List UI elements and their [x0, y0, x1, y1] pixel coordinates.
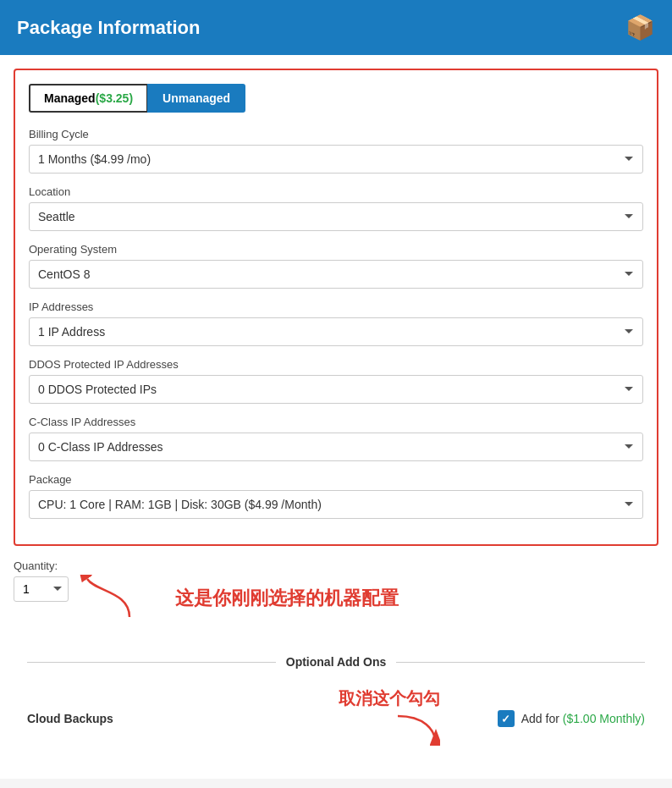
billing-cycle-group: Billing Cycle 1 Months ($4.99 /mo) — [29, 128, 643, 174]
location-label: Location — [29, 185, 643, 198]
cclass-ip-group: C-Class IP Addresses 0 C-Class IP Addres… — [29, 416, 643, 461]
cloud-backups-label: Cloud Backups — [27, 712, 113, 725]
quantity-select[interactable]: 1 2 3 — [14, 576, 69, 602]
cloud-backups-row: Cloud Backups 取消这个勾勾 — [27, 681, 645, 757]
billing-cycle-label: Billing Cycle — [29, 128, 643, 141]
page-title: Package Information — [17, 17, 200, 39]
annotation-text-right: 取消这个勾勾 — [339, 687, 440, 710]
quantity-label: Quantity: — [14, 559, 69, 572]
ddos-protected-group: DDOS Protected IP Addresses 0 DDOS Prote… — [29, 358, 643, 404]
quantity-section: Quantity: 1 2 3 — [14, 559, 69, 602]
optional-addons-section: Optional Add Ons Cloud Backups 取消这个勾勾 — [14, 647, 658, 765]
cclass-ip-label: C-Class IP Addresses — [29, 416, 643, 428]
annotation-arrow-right — [389, 712, 440, 750]
cloud-backups-price: Add for ($1.00 Monthly) — [521, 712, 645, 725]
ddos-protected-label: DDOS Protected IP Addresses — [29, 358, 643, 371]
unmanaged-button[interactable]: Unmanaged — [147, 84, 245, 113]
managed-toggle: Managed($3.25) Unmanaged — [29, 84, 643, 113]
operating-system-label: Operating System — [29, 243, 643, 256]
package-select[interactable]: CPU: 1 Core | RAM: 1GB | Disk: 30GB ($4.… — [29, 490, 643, 519]
main-content: Managed($3.25) Unmanaged Billing Cycle 1… — [0, 55, 672, 779]
optional-addons-label: Optional Add Ons — [276, 655, 396, 669]
package-icon: 📦 — [625, 14, 655, 41]
optional-addons-header: Optional Add Ons — [27, 655, 645, 669]
page-header: Package Information 📦 — [0, 0, 672, 55]
cloud-backups-checkbox[interactable] — [498, 710, 515, 727]
ip-addresses-select[interactable]: 1 IP Address — [29, 317, 643, 346]
location-select[interactable]: Seattle — [29, 202, 643, 231]
ip-addresses-group: IP Addresses 1 IP Address — [29, 300, 643, 346]
managed-button[interactable]: Managed($3.25) — [29, 84, 148, 113]
ip-addresses-label: IP Addresses — [29, 300, 643, 313]
location-group: Location Seattle — [29, 185, 643, 231]
package-label: Package — [29, 473, 643, 486]
package-group: Package CPU: 1 Core | RAM: 1GB | Disk: 3… — [29, 473, 643, 519]
package-box: Managed($3.25) Unmanaged Billing Cycle 1… — [14, 69, 658, 546]
cclass-ip-select[interactable]: 0 C-Class IP Addresses — [29, 433, 643, 461]
annotation-arrow-left — [79, 575, 138, 621]
cloud-backups-right: 取消这个勾勾 Add for ($1.00 Monthly) — [339, 687, 645, 750]
billing-cycle-select[interactable]: 1 Months ($4.99 /mo) — [29, 145, 643, 174]
operating-system-select[interactable]: CentOS 8 — [29, 260, 643, 289]
ddos-protected-select[interactable]: 0 DDOS Protected IPs — [29, 375, 643, 404]
annotation-text-left: 这是你刚刚选择的机器配置 — [175, 586, 399, 611]
operating-system-group: Operating System CentOS 8 — [29, 243, 643, 289]
divider-left — [27, 662, 276, 663]
divider-right — [396, 662, 645, 663]
